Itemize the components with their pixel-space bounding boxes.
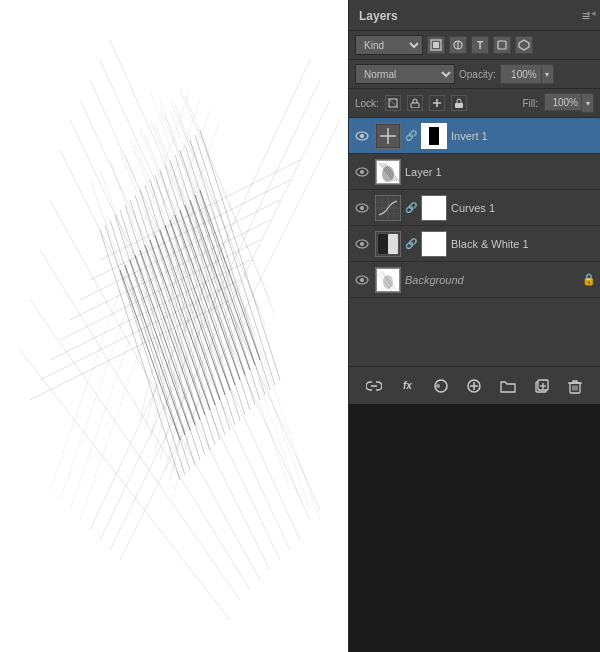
layer-mask-invert1 (421, 123, 447, 149)
layer-row[interactable]: 🔗 Black & White 1 (349, 226, 600, 262)
visibility-toggle-bw1[interactable] (353, 235, 371, 253)
svg-point-141 (383, 275, 393, 289)
layer-row[interactable]: 🔗 Invert 1 (349, 118, 600, 154)
layers-panel: ◂◂ Layers ≡ Kind T Normal Opacity: (348, 0, 600, 652)
svg-point-119 (382, 166, 394, 182)
lock-position-btn[interactable] (429, 95, 445, 111)
layer-name-layer1: Layer 1 (405, 166, 596, 178)
adjustment-filter-btn[interactable] (449, 36, 467, 54)
canvas-area (0, 0, 348, 652)
kind-select[interactable]: Kind (355, 35, 423, 55)
pixel-filter-btn[interactable] (427, 36, 445, 54)
delete-layer-btn[interactable] (564, 375, 586, 397)
layer-name-background: Background (405, 274, 578, 286)
opacity-input[interactable]: 100% (500, 64, 542, 84)
collapse-arrows[interactable]: ◂◂ (585, 8, 596, 18)
opacity-arrow[interactable]: ▾ (542, 64, 554, 84)
new-layer-btn[interactable] (531, 375, 553, 397)
visibility-toggle-background[interactable] (353, 271, 371, 289)
canvas-image (0, 0, 348, 652)
layer-effects-btn[interactable]: fx (396, 375, 418, 397)
layer-row[interactable]: Layer 1 (349, 154, 600, 190)
layer-thumb-invert1-adj (375, 123, 401, 149)
lock-row: Lock: Fill: 100% ▾ (349, 89, 600, 118)
layer-name-bw1: Black & White 1 (451, 238, 596, 250)
chain-icon-invert1: 🔗 (405, 123, 417, 149)
new-adjustment-btn[interactable] (463, 375, 485, 397)
layer-row[interactable]: Background 🔒 (349, 262, 600, 298)
layer-name-invert1: Invert 1 (451, 130, 596, 142)
visibility-toggle-layer1[interactable] (353, 163, 371, 181)
svg-marker-100 (519, 40, 529, 50)
visibility-toggle-curves1[interactable] (353, 199, 371, 217)
smart-filter-btn[interactable] (515, 36, 533, 54)
svg-rect-106 (455, 103, 463, 108)
new-group-btn[interactable] (497, 375, 519, 397)
panel-empty-area (349, 404, 600, 652)
chain-icon-bw1: 🔗 (405, 231, 417, 257)
type-filter-btn[interactable]: T (471, 36, 489, 54)
shape-filter-btn[interactable] (493, 36, 511, 54)
svg-point-108 (360, 134, 364, 138)
layer-thumb-layer1 (375, 159, 401, 185)
link-layers-btn[interactable] (363, 375, 385, 397)
blend-row: Normal Opacity: 100% ▾ (349, 60, 600, 89)
filter-row: Kind T (349, 31, 600, 60)
svg-rect-133 (378, 234, 388, 254)
svg-rect-134 (388, 234, 398, 254)
svg-point-113 (360, 170, 364, 174)
visibility-toggle-invert1[interactable] (353, 127, 371, 145)
svg-point-144 (436, 384, 440, 388)
chain-icon-curves1: 🔗 (405, 195, 417, 221)
lock-label: Lock: (355, 98, 379, 109)
background-lock-icon: 🔒 (582, 273, 596, 286)
panel-title: Layers (359, 9, 398, 23)
layers-list: 🔗 Invert 1 Layer 1 (349, 118, 600, 366)
lock-image-btn[interactable] (407, 95, 423, 111)
layer-row[interactable]: 🔗 Curves 1 (349, 190, 600, 226)
fill-label: Fill: (522, 98, 538, 109)
layer-name-curves1: Curves 1 (451, 202, 596, 214)
svg-rect-96 (433, 42, 439, 48)
fx-label: fx (403, 380, 412, 391)
layer-mask-bw1 (421, 231, 447, 257)
layer-thumb-background (375, 267, 401, 293)
lock-all-btn[interactable] (451, 95, 467, 111)
layer-mask-curves1 (421, 195, 447, 221)
layer-thumb-bw1-adj (375, 231, 401, 257)
layer-thumb-curves1-adj (375, 195, 401, 221)
svg-rect-99 (498, 41, 506, 49)
panel-header: Layers ≡ (349, 0, 600, 31)
svg-point-121 (360, 206, 364, 210)
fill-arrow[interactable]: ▾ (582, 93, 594, 113)
opacity-label: Opacity: (459, 69, 496, 80)
bottom-toolbar: fx (349, 366, 600, 404)
svg-point-136 (360, 278, 364, 282)
fill-input[interactable]: 100% (544, 93, 582, 111)
add-mask-btn[interactable] (430, 375, 452, 397)
blend-mode-select[interactable]: Normal (355, 64, 455, 84)
svg-rect-103 (411, 103, 419, 108)
lock-transparent-btn[interactable] (385, 95, 401, 111)
svg-point-130 (360, 242, 364, 246)
